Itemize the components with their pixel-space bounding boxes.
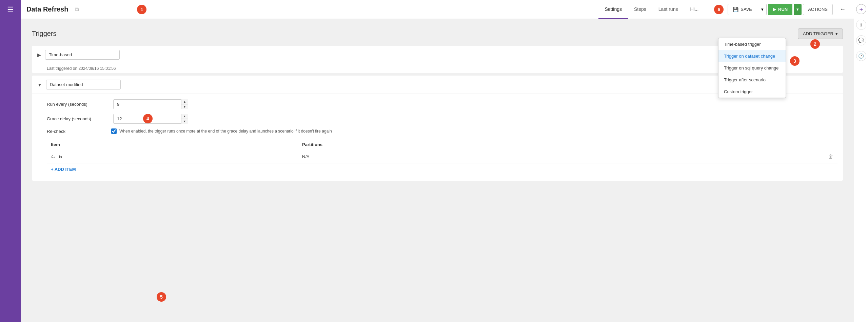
dropdown-time-based[interactable]: Time-based trigger [718, 38, 786, 50]
section-title: Triggers [32, 30, 57, 38]
save-disk-icon: 💾 [733, 7, 738, 12]
run-every-spin: ▲ ▼ [181, 99, 188, 109]
content-area: 2 3 4 5 Triggers ADD TRIGGER ▾ Time-base… [21, 19, 854, 322]
recheck-wrap: When enabled, the trigger runs once more… [111, 128, 332, 134]
items-table: Item Partitions 🗂 tx N/A [47, 139, 837, 163]
right-plus-icon[interactable]: ＋ [856, 4, 866, 14]
run-every-label: Run every (seconds) [47, 102, 108, 107]
run-every-down[interactable]: ▼ [181, 104, 188, 109]
grace-delay-up[interactable]: ▲ [181, 114, 188, 119]
col-partitions: Partitions [298, 139, 664, 150]
annotation-badge-3: 3 [790, 56, 800, 66]
dropdown-sql-query[interactable]: Trigger on sql query change [718, 62, 786, 74]
main-area: Data Refresh ⧉ 1 Settings Steps Last run… [21, 0, 854, 322]
add-trigger-caret-icon: ▾ [835, 31, 838, 36]
annotation-badge-5: 5 [157, 292, 166, 302]
grace-delay-label: Grace delay (seconds) [47, 116, 108, 121]
menu-icon[interactable]: ☰ [7, 5, 14, 14]
dropdown-custom[interactable]: Custom trigger [718, 86, 786, 98]
save-button[interactable]: 💾 SAVE [728, 4, 757, 15]
save-label: SAVE [741, 7, 752, 12]
nav-settings[interactable]: Settings [598, 0, 628, 19]
run-every-row: Run every (seconds) ▲ ▼ [47, 99, 837, 109]
add-trigger-dropdown: Time-based trigger Trigger on dataset ch… [718, 38, 786, 98]
trigger-2-collapse-icon[interactable]: ▼ [37, 82, 42, 87]
save-caret-button[interactable]: ▾ [758, 4, 767, 15]
annotation-badge-2: 2 [810, 39, 820, 49]
actions-button[interactable]: ACTIONS [803, 4, 833, 15]
delete-cell: 🗑 [664, 150, 837, 163]
run-play-icon: ▶ [773, 7, 776, 12]
add-trigger-button[interactable]: ADD TRIGGER ▾ [798, 28, 843, 39]
back-button[interactable]: ← [837, 4, 848, 14]
col-item: Item [47, 139, 298, 150]
annotation-badge-1: 1 [137, 5, 146, 14]
run-label: RUN [778, 7, 788, 12]
run-button[interactable]: ▶ RUN [768, 4, 792, 15]
grace-delay-row: Grace delay (seconds) ▲ ▼ [47, 114, 837, 124]
recheck-label: Re-check [47, 129, 108, 134]
right-info-icon[interactable]: ℹ [856, 20, 866, 30]
left-sidebar: ☰ [0, 0, 21, 322]
dropdown-after-scenario[interactable]: Trigger after scenario [718, 74, 786, 86]
run-caret-button[interactable]: ▾ [794, 4, 802, 15]
dropdown-dataset-change[interactable]: Trigger on dataset change [718, 50, 786, 62]
nav-hi[interactable]: Hi... [684, 0, 705, 19]
run-every-up[interactable]: ▲ [181, 99, 188, 104]
trigger-1-name-input[interactable] [45, 50, 120, 60]
trigger-2-name-input[interactable] [46, 80, 121, 89]
annotation-badge-6: 6 [714, 5, 724, 14]
delete-icon[interactable]: 🗑 [828, 154, 833, 159]
top-nav: Settings Steps Last runs Hi... [598, 0, 705, 19]
table-header-row: Item Partitions [47, 139, 837, 150]
page-title: Data Refresh [26, 5, 68, 13]
annotation-badge-4: 4 [143, 114, 153, 123]
item-folder-icon: 🗂 [51, 154, 56, 159]
run-every-input[interactable] [113, 99, 188, 109]
trigger-2-body: Run every (seconds) ▲ ▼ Grace delay (sec… [32, 94, 843, 181]
section-header: Triggers ADD TRIGGER ▾ [32, 28, 843, 39]
recheck-row: Re-check When enabled, the trigger runs … [47, 128, 837, 134]
toolbar-actions: 💾 SAVE ▾ ▶ RUN ▾ ACTIONS [728, 4, 833, 15]
grace-delay-spin: ▲ ▼ [181, 114, 188, 124]
nav-last-runs[interactable]: Last runs [652, 0, 684, 19]
partitions-cell: N/A [298, 150, 664, 163]
right-chat-icon[interactable]: 💬 [856, 35, 866, 45]
add-item-button[interactable]: + ADD ITEM [47, 163, 80, 175]
add-trigger-label: ADD TRIGGER [803, 31, 833, 36]
recheck-description: When enabled, the trigger runs once more… [119, 129, 332, 134]
trigger-1-collapse-icon[interactable]: ▶ [37, 52, 41, 58]
right-clock-icon[interactable]: 🕐 [856, 51, 866, 61]
item-name: tx [59, 154, 62, 159]
grace-delay-down[interactable]: ▼ [181, 119, 188, 124]
right-sidebar: ＋ ℹ 💬 🕐 [854, 0, 868, 322]
table-row: 🗂 tx N/A 🗑 [47, 150, 837, 163]
run-every-input-wrap: ▲ ▼ [113, 99, 188, 109]
item-name-cell: 🗂 tx [47, 150, 298, 163]
copy-icon[interactable]: ⧉ [75, 6, 79, 13]
col-actions [664, 139, 837, 150]
recheck-checkbox[interactable] [111, 128, 117, 134]
topbar: Data Refresh ⧉ 1 Settings Steps Last run… [21, 0, 854, 19]
nav-steps[interactable]: Steps [628, 0, 652, 19]
